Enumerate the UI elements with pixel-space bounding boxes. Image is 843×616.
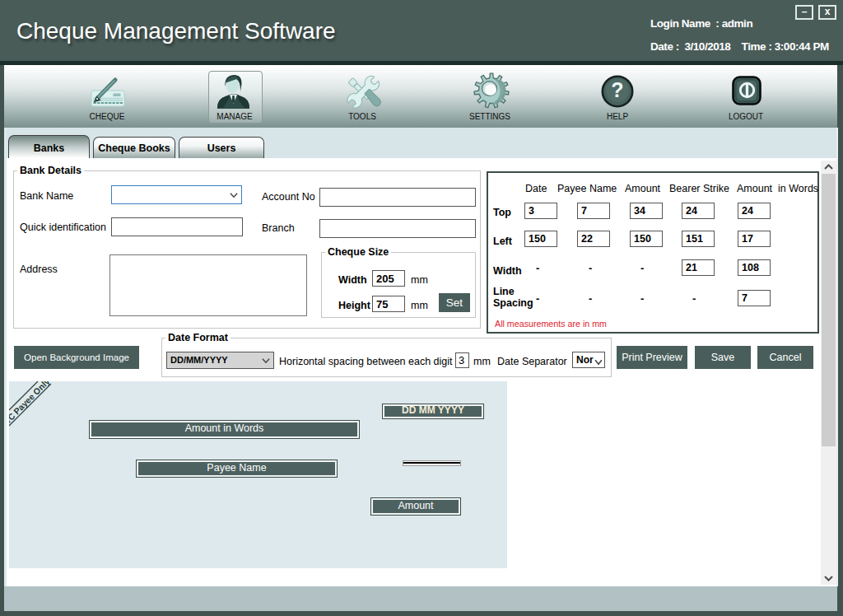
svg-text:?: ? — [611, 78, 623, 101]
